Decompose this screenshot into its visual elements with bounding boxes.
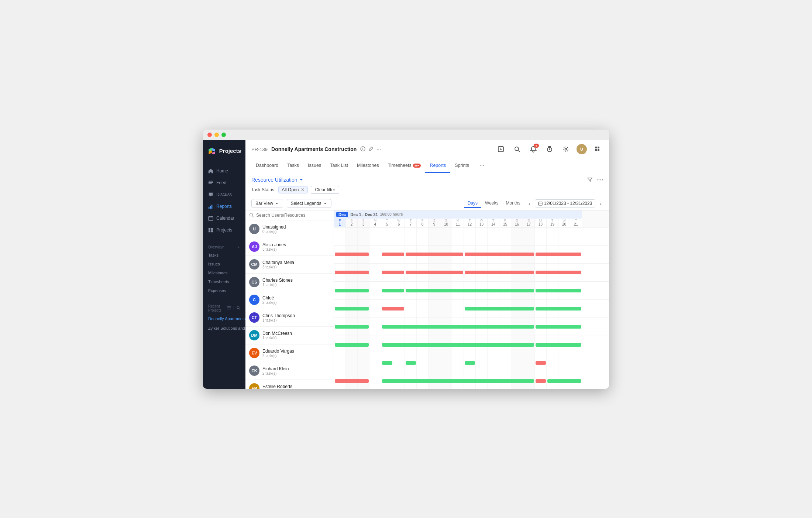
resource-avatar: U — [249, 224, 259, 234]
resource-row[interactable]: EK Einhard Klein 2 task(s) — [245, 362, 334, 380]
settings-button[interactable] — [560, 144, 571, 155]
resource-avatar: EV — [249, 348, 259, 358]
svg-rect-7 — [209, 216, 213, 220]
resource-row[interactable]: CT Chris Thompson 1 task(s) — [245, 309, 334, 327]
resource-row[interactable]: CM Chaitanya Mella 3 task(s) — [245, 256, 334, 274]
resource-avatar: EK — [249, 366, 259, 376]
view-tabs: Days Weeks Months — [464, 199, 524, 208]
info-icon[interactable] — [360, 146, 365, 152]
user-avatar[interactable]: U — [577, 144, 587, 154]
svg-rect-2 — [209, 182, 213, 183]
resource-row[interactable]: ER Estelle Roberts 1 task(s) — [245, 380, 334, 389]
calendar-range-icon — [538, 201, 543, 206]
resource-row[interactable]: AJ Alicia Jones 3 task(s) — [245, 238, 334, 256]
apps-grid-button[interactable] — [592, 144, 603, 155]
svg-rect-28 — [539, 202, 542, 205]
filter-tag[interactable]: All Open ✕ — [278, 186, 308, 193]
gantt-toolbar-right: Days Weeks Months ‹ 12/01/2023 - 12/31/2… — [464, 199, 603, 208]
subnav-timesheets[interactable]: Timesheets — [203, 277, 245, 286]
tab-issues[interactable]: Issues — [303, 159, 326, 173]
gantt-row — [334, 372, 609, 389]
filter-tag-close[interactable]: ✕ — [301, 187, 304, 192]
resource-avatar: AJ — [249, 241, 259, 252]
gantt-rows — [334, 227, 609, 389]
edit-icon[interactable] — [368, 146, 374, 152]
more-icon[interactable]: ··· — [376, 146, 381, 152]
sidebar-item-discuss[interactable]: Discuss — [203, 189, 245, 200]
minimize-button[interactable] — [214, 133, 219, 137]
nav-tabs: Dashboard Tasks Issues Task List Milesto… — [245, 159, 609, 173]
tab-reports[interactable]: Reports — [425, 159, 450, 173]
notifications-badge: 9 — [534, 144, 539, 148]
svg-point-18 — [515, 147, 519, 151]
chevron-down-icon-2 — [323, 201, 327, 206]
timer-button[interactable] — [544, 144, 555, 155]
close-button[interactable] — [207, 133, 212, 137]
svg-rect-9 — [211, 227, 213, 229]
chevron-down-icon[interactable] — [237, 245, 240, 249]
sidebar-item-projects[interactable]: Projects — [203, 224, 245, 236]
tab-more[interactable]: ··· — [475, 159, 489, 173]
recent-project-donnelly[interactable]: Donnelly Apartments Cons — [203, 314, 245, 323]
report-title[interactable]: Resource Utilization — [251, 177, 303, 183]
prev-period-button[interactable]: ‹ — [527, 200, 532, 207]
sidebar-item-home[interactable]: Home — [203, 165, 245, 177]
search-icon — [249, 213, 254, 217]
gantt-chart: DecDec 1 - Dec 31168:00 hoursF1S2S3M4T5W… — [334, 210, 609, 389]
view-tab-days[interactable]: Days — [464, 199, 481, 208]
svg-point-15 — [237, 306, 239, 309]
bar-view-dropdown[interactable]: Bar View — [251, 199, 283, 208]
svg-rect-1 — [209, 181, 213, 181]
resource-list: U Unassigned 0 task(s) AJ Alicia Jones 3… — [245, 210, 334, 389]
tab-tasklist[interactable]: Task List — [326, 159, 352, 173]
resource-row[interactable]: U Unassigned 0 task(s) — [245, 220, 334, 238]
recent-project-zylker[interactable]: Zylker Solutions and Constr — [203, 323, 245, 333]
svg-point-25 — [598, 179, 599, 180]
resource-avatar: CM — [249, 259, 259, 270]
add-button[interactable] — [495, 144, 506, 155]
subnav-expenses[interactable]: Expenses — [203, 286, 245, 295]
chevron-down-icon — [275, 201, 279, 206]
svg-rect-13 — [227, 308, 231, 308]
tab-timesheets[interactable]: Timesheets 99+ — [383, 159, 426, 173]
svg-rect-4 — [209, 207, 210, 208]
gantt-row — [334, 318, 609, 336]
reports-icon — [208, 204, 213, 209]
tab-dashboard[interactable]: Dashboard — [251, 159, 283, 173]
maximize-button[interactable] — [221, 133, 226, 137]
resource-row[interactable]: DM Don McCreesh 1 task(s) — [245, 327, 334, 344]
select-legends-dropdown[interactable]: Select Legends — [287, 199, 331, 208]
search-button[interactable] — [512, 144, 523, 155]
resource-row[interactable]: CS Charles Stones 1 task(s) — [245, 274, 334, 291]
gantt-area: Bar View Select Legends Days Wee — [245, 197, 609, 389]
view-tab-months[interactable]: Months — [502, 199, 524, 208]
filter-row: Task Status: All Open ✕ Clear filter — [251, 186, 603, 194]
subnav-tasks[interactable]: Tasks — [203, 251, 245, 260]
resource-row[interactable]: EV Eduardo Vargas 2 task(s) — [245, 344, 334, 362]
search-input[interactable] — [256, 213, 330, 218]
resource-search — [245, 210, 334, 220]
tab-tasks[interactable]: Tasks — [283, 159, 303, 173]
tab-milestones[interactable]: Milestones — [352, 159, 383, 173]
subnav-issues[interactable]: Issues — [203, 260, 245, 268]
search-mini-icon[interactable] — [237, 306, 240, 310]
resource-row[interactable]: C Chloé 2 task(s) — [245, 291, 334, 309]
sidebar-item-reports-label: Reports — [216, 204, 232, 209]
clear-filter-button[interactable]: Clear filter — [311, 186, 339, 194]
logo[interactable]: Projects — [203, 140, 245, 162]
sidebar-item-reports[interactable]: Reports — [203, 200, 245, 212]
sidebar-item-calendar-label: Calendar — [216, 216, 234, 221]
sidebar-item-feed[interactable]: Feed — [203, 177, 245, 189]
subnav-milestones[interactable]: Milestones — [203, 268, 245, 277]
filter-icon[interactable] — [587, 177, 593, 183]
sidebar-item-calendar[interactable]: Calendar — [203, 212, 245, 224]
gantt-header: DecDec 1 - Dec 31168:00 hoursF1S2S3M4T5W… — [334, 210, 609, 227]
next-period-button[interactable]: › — [598, 200, 603, 207]
gantt-row — [334, 246, 609, 264]
tab-sprints[interactable]: Sprints — [450, 159, 474, 173]
view-tab-weeks[interactable]: Weeks — [481, 199, 502, 208]
list-icon[interactable] — [227, 306, 231, 310]
date-range[interactable]: 12/01/2023 - 12/31/2023 — [535, 199, 596, 207]
notifications-button[interactable]: 9 — [528, 144, 539, 155]
more-options-icon[interactable] — [597, 177, 603, 183]
